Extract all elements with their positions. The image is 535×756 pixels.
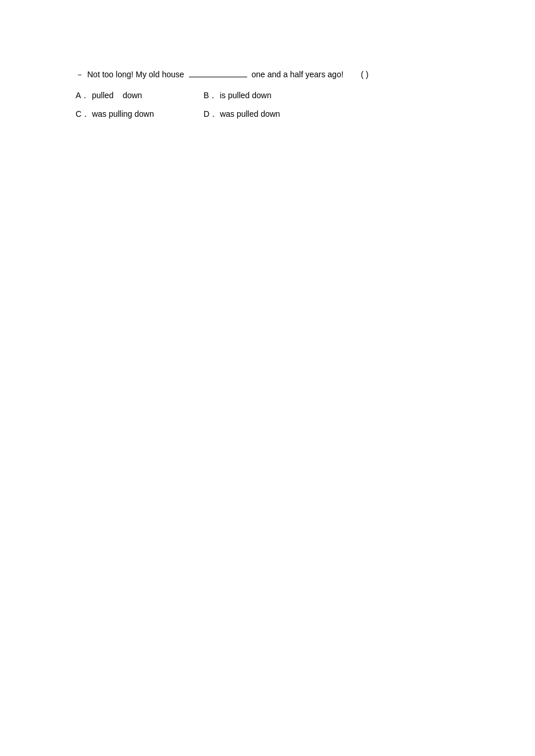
option-a-label: A． — [76, 91, 90, 101]
option-b-text: is pulled down — [220, 91, 272, 100]
question-text-after: one and a half years ago! — [252, 70, 344, 79]
question-container: － Not too long! My old house one and a h… — [76, 70, 483, 120]
option-d[interactable]: D． was pulled down — [204, 109, 331, 120]
question-text-before: Not too long! My old house — [87, 70, 184, 79]
option-b[interactable]: B． is pulled down — [204, 91, 331, 101]
question-line: － Not too long! My old house one and a h… — [76, 70, 483, 80]
options-grid: A． pulled down B． is pulled down C． was … — [76, 91, 483, 120]
option-a[interactable]: A． pulled down — [76, 91, 204, 101]
option-c-text: was pulling down — [92, 109, 154, 119]
option-b-label: B． — [204, 91, 217, 101]
option-c[interactable]: C． was pulling down — [76, 109, 204, 120]
option-a-text: pulled down — [92, 91, 142, 100]
parentheses: ( ) — [361, 70, 369, 79]
option-d-text: was pulled down — [220, 109, 280, 119]
option-c-label: C． — [76, 109, 90, 120]
dash: － — [76, 70, 84, 80]
blank-underline — [189, 77, 247, 77]
option-d-label: D． — [204, 109, 217, 120]
